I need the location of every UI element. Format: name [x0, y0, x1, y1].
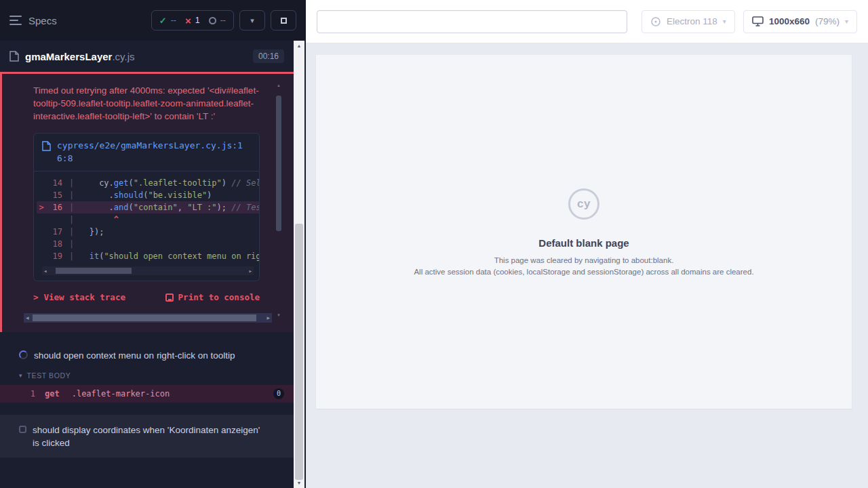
- code-frame-horizontal-scrollbar[interactable]: ◀ ▶: [42, 266, 254, 275]
- reporter-header: Specs ✓ -- × 1 -- ▾: [0, 0, 306, 41]
- stat-failed[interactable]: × 1: [185, 16, 200, 26]
- error-horizontal-scrollbar[interactable]: ◀ ▶: [24, 313, 272, 323]
- code-frame: cypress/e2e/gmaMarkersLayer.cy.js:16:8 1…: [33, 133, 260, 282]
- check-icon: ✓: [159, 16, 167, 26]
- test-row-running[interactable]: should open context menu on right-click …: [0, 340, 294, 370]
- specs-title: Specs: [28, 15, 57, 26]
- scrollbar-thumb[interactable]: [276, 96, 281, 231]
- view-stack-trace-link[interactable]: > View stack trace: [33, 292, 125, 302]
- scroll-up-icon[interactable]: ▲: [277, 83, 281, 87]
- cypress-runner-app: Specs ✓ -- × 1 -- ▾: [0, 0, 868, 488]
- scroll-left-icon[interactable]: ◀: [26, 316, 29, 320]
- code-file-icon: [42, 141, 51, 151]
- queued-test-icon: [19, 426, 26, 433]
- blank-page-message-2: All active session data (cookies, localS…: [414, 268, 753, 276]
- code-line-caret: | ^: [37, 214, 259, 226]
- command-yield-badge: 0: [273, 388, 284, 399]
- specs-menu-icon[interactable]: [9, 16, 22, 25]
- print-to-console-label: Print to console: [178, 292, 260, 302]
- error-message: Timed out retrying after 4000ms: expecte…: [33, 85, 260, 123]
- scrollbar-thumb[interactable]: [295, 224, 303, 480]
- spec-extension: .cy.js: [112, 51, 134, 62]
- code-line: 17| });: [37, 226, 259, 238]
- stat-pending[interactable]: --: [209, 16, 226, 25]
- running-spinner-icon: [19, 350, 28, 359]
- test-body-label: TEST BODY: [27, 371, 71, 380]
- reporter-body: gmaMarkersLayer.cy.js 00:16 Timed out re…: [0, 41, 294, 488]
- test-body-toggle[interactable]: ▾ TEST BODY: [0, 370, 294, 385]
- viewport-select[interactable]: 1000x660 (79%) ▾: [743, 10, 857, 33]
- browser-select[interactable]: Electron 118 ▾: [642, 10, 735, 33]
- code-line: 14| cy.get(".leaflet-tooltip") // Sele: [37, 177, 259, 189]
- print-icon: [165, 293, 174, 302]
- pending-count: --: [220, 16, 226, 25]
- address-bar[interactable]: [317, 10, 627, 33]
- spec-duration-badge: 00:16: [253, 49, 284, 63]
- chevron-down-icon: ▾: [19, 372, 22, 379]
- scrollbar-thumb[interactable]: [33, 314, 256, 321]
- command-number: 1: [0, 389, 45, 399]
- test-row-queued[interactable]: should display coordinates when 'Koordin…: [0, 415, 294, 458]
- test-stats-group: ✓ -- × 1 --: [151, 10, 234, 30]
- blank-page-message-1: This page was cleared by navigating to a…: [494, 256, 674, 264]
- view-stack-trace-label: View stack trace: [44, 292, 125, 302]
- stat-passed[interactable]: ✓ --: [159, 16, 176, 26]
- spec-name: gmaMarkersLayer.cy.js: [25, 51, 134, 62]
- spec-file-icon: [9, 51, 19, 62]
- command-name: get: [45, 389, 60, 399]
- scroll-right-icon[interactable]: ▶: [267, 316, 270, 320]
- command-log-row[interactable]: 1 get .leaflet-marker-icon 0: [0, 385, 294, 403]
- monitor-icon: [752, 16, 764, 26]
- scroll-up-icon[interactable]: ▲: [294, 43, 304, 48]
- scrollbar-thumb[interactable]: [56, 268, 132, 274]
- error-vertical-scrollbar[interactable]: ▲ ▼: [274, 83, 283, 317]
- reporter-panel: Specs ✓ -- × 1 -- ▾: [0, 0, 306, 488]
- print-to-console-button[interactable]: Print to console: [165, 292, 260, 302]
- viewport-scale: (79%): [815, 16, 840, 26]
- aut-iframe: cy Default blank page This page was clea…: [316, 55, 852, 409]
- error-actions-row: > View stack trace Print to console: [33, 292, 260, 302]
- code-line: 19| it("should open context menu on righ: [37, 250, 259, 262]
- scroll-down-icon[interactable]: ▼: [277, 313, 281, 317]
- failed-count: 1: [195, 16, 200, 25]
- runner-panel: Electron 118 ▾ 1000x660 (79%) ▾ cy Defau…: [306, 0, 868, 488]
- code-line: 18|: [37, 238, 259, 250]
- code-line-highlighted: >16| .and("contain", "LT :"); // Test: [37, 201, 259, 214]
- chevron-down-icon: ▾: [723, 18, 726, 25]
- command-args: .leaflet-marker-icon: [72, 389, 170, 399]
- stop-icon: [281, 18, 287, 24]
- fail-x-icon: ×: [185, 16, 191, 26]
- scroll-right-icon[interactable]: ▶: [249, 269, 252, 273]
- stack-chevron-icon: >: [33, 292, 39, 302]
- spec-header-row[interactable]: gmaMarkersLayer.cy.js 00:16: [0, 41, 294, 72]
- pending-circle-icon: [209, 17, 216, 24]
- chevron-down-icon: ▾: [250, 16, 254, 25]
- blank-page-title: Default blank page: [538, 237, 629, 249]
- code-frame-file-link: cypress/e2e/gmaMarkersLayer.cy.js:16:8: [57, 140, 251, 165]
- scroll-left-icon[interactable]: ◀: [44, 269, 47, 273]
- stop-button[interactable]: [271, 10, 296, 30]
- code-frame-header[interactable]: cypress/e2e/gmaMarkersLayer.cy.js:16:8: [34, 134, 259, 172]
- reporter-vertical-scrollbar[interactable]: ▲ ▼: [294, 41, 304, 488]
- runner-top-bar: Electron 118 ▾ 1000x660 (79%) ▾: [306, 0, 868, 43]
- code-frame-body: 14| cy.get(".leaflet-tooltip") // Sele 1…: [34, 171, 259, 275]
- scroll-down-icon[interactable]: ▼: [294, 481, 304, 485]
- electron-icon: [650, 16, 661, 27]
- test-title: should open context menu on right-click …: [34, 349, 235, 363]
- collapse-reporter-button[interactable]: ▾: [239, 10, 265, 30]
- code-line: 15| .should("be.visible"): [37, 189, 259, 201]
- viewport-size: 1000x660: [769, 16, 810, 26]
- hamburger-icon: [9, 16, 22, 25]
- chevron-down-icon: ▾: [845, 18, 848, 25]
- test-title: should display coordinates when 'Koordin…: [33, 424, 267, 450]
- passed-count: --: [171, 16, 176, 25]
- test-error-section: Timed out retrying after 4000ms: expecte…: [0, 72, 294, 332]
- browser-label: Electron 118: [667, 16, 717, 26]
- cypress-logo: cy: [568, 188, 599, 220]
- aut-stage: cy Default blank page This page was clea…: [306, 43, 868, 488]
